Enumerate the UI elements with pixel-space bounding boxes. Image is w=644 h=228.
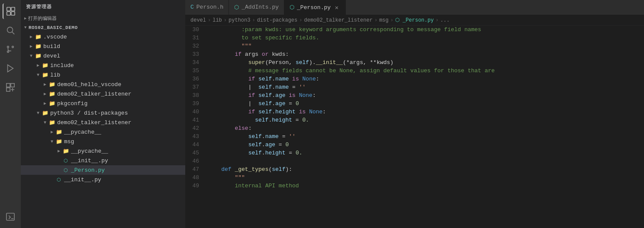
- svg-point-6: [7, 46, 9, 48]
- code-line-43: 43 self.name = '': [185, 132, 644, 141]
- svg-rect-1: [11, 7, 15, 11]
- extensions-icon[interactable]: [3, 80, 18, 95]
- tree-item-vscode[interactable]: ▶ 📁 .vscode: [21, 32, 185, 42]
- svg-rect-10: [6, 83, 10, 87]
- tree-item-pycache1[interactable]: ▶ 📁 __pycache__: [21, 127, 185, 137]
- code-line-30: 30 :param kwds: use keyword arguments co…: [185, 26, 644, 34]
- tree-item-include[interactable]: ▶ 📁 include: [21, 61, 185, 70]
- code-line-34: 34 super(Person, self).__init__(*args, *…: [185, 58, 644, 67]
- tree-item-build[interactable]: ▶ 📁 build: [21, 42, 185, 51]
- code-line-39: 39 | self.age = 0: [185, 100, 644, 108]
- code-line-38: 38 if self.age is None:: [185, 91, 644, 100]
- file-tree: ▶ 📁 .vscode ▶ 📁 build ▼ 📁 devel ▶ 📁 incl…: [21, 32, 185, 228]
- code-line-44: 44 self.age = 0: [185, 141, 644, 149]
- tree-item-pkgconfig[interactable]: ▶ 📁 pkgconfig: [21, 99, 185, 108]
- svg-point-4: [7, 27, 13, 33]
- tab-person-h[interactable]: C Person.h: [185, 0, 229, 15]
- tree-item-pycache2[interactable]: ▶ 📁 __pycache__: [21, 146, 185, 156]
- tabs-bar: C Person.h ⬡ _AddInts.py ⬡ _Person.py ✕: [185, 0, 644, 15]
- code-line-41: 41 self.height = 0.: [185, 116, 644, 124]
- svg-point-8: [7, 51, 9, 53]
- svg-marker-9: [8, 65, 13, 72]
- tab-icon-py2: ⬡: [290, 4, 294, 11]
- code-line-47: 47 def _get_types(self):: [185, 165, 644, 173]
- tree-item-msg[interactable]: ▼ 📁 msg: [21, 137, 185, 146]
- root-folder-section[interactable]: ▼ ROS02_BASIC_DEMO: [21, 23, 185, 32]
- svg-rect-2: [7, 12, 10, 15]
- code-line-37: 37 | self.name = '': [185, 83, 644, 91]
- svg-rect-0: [7, 7, 10, 11]
- tree-item-lib[interactable]: ▼ 📁 lib: [21, 70, 185, 80]
- tree-item-python3[interactable]: ▼ 📁 python3 / dist-packages: [21, 108, 185, 118]
- sidebar: 资源管理器 ▶ 打开的编辑器 ▼ ROS02_BASIC_DEMO ▶ 📁 .v…: [21, 0, 185, 228]
- code-line-48: 48 """: [185, 173, 644, 182]
- tree-item-demo02-python3[interactable]: ▼ 📁 demo02_talker_listener: [21, 118, 185, 127]
- tree-item-demo02-tl[interactable]: ▶ 📁 demo02_talker_listener: [21, 89, 185, 99]
- code-line-36: 36 if self.name is None:: [185, 75, 644, 83]
- code-line-33: 33 if args or kwds:: [185, 50, 644, 58]
- activity-bar: [0, 0, 21, 228]
- breadcrumb: devel › lib › python3 › dist-packages › …: [185, 15, 644, 26]
- code-line-32: 32 """: [185, 42, 644, 50]
- code-line-31: 31 to set specific fields.: [185, 34, 644, 42]
- explorer-icon[interactable]: [3, 3, 18, 19]
- svg-rect-12: [6, 88, 10, 91]
- tab-person-py[interactable]: ⬡ _Person.py ✕: [284, 0, 346, 15]
- svg-rect-3: [11, 12, 15, 15]
- editor-area: C Person.h ⬡ _AddInts.py ⬡ _Person.py ✕ …: [185, 0, 644, 228]
- tab-close-button[interactable]: ✕: [333, 4, 340, 11]
- code-line-35: 35 # message fields cannot be None, assi…: [185, 67, 644, 75]
- code-line-46: 46: [185, 157, 644, 165]
- tree-item-init-py[interactable]: ▶ ⬡ __init__.py: [21, 156, 185, 165]
- svg-point-7: [12, 46, 14, 48]
- tree-item-person-py[interactable]: ▶ ⬡ _Person.py: [21, 165, 185, 175]
- search-icon[interactable]: [3, 22, 18, 38]
- tree-item-devel[interactable]: ▼ 📁 devel: [21, 51, 185, 61]
- tree-item-init2-py[interactable]: ▶ ⬡ __init__.py: [21, 175, 185, 184]
- tab-icon-py1: ⬡: [234, 4, 239, 11]
- code-line-40: 40 if self.height is None:: [185, 108, 644, 116]
- open-editors-section[interactable]: ▶ 打开的编辑器: [21, 13, 185, 23]
- terminal-icon[interactable]: [3, 209, 18, 225]
- git-icon[interactable]: [3, 42, 18, 57]
- sidebar-header: 资源管理器: [21, 0, 185, 13]
- svg-rect-11: [11, 83, 14, 87]
- tab-addints-py[interactable]: ⬡ _AddInts.py: [229, 0, 284, 15]
- debug-icon[interactable]: [3, 61, 18, 76]
- code-line-49: 49 internal API method: [185, 182, 644, 190]
- svg-line-5: [12, 32, 14, 34]
- tree-item-demo01[interactable]: ▶ 📁 demo01_hello_vscode: [21, 80, 185, 89]
- code-line-45: 45 self.height = 0.: [185, 149, 644, 157]
- code-line-42: 42 else:: [185, 124, 644, 132]
- code-editor[interactable]: 30 :param kwds: use keyword arguments co…: [185, 26, 644, 228]
- tab-icon-c: C: [190, 4, 194, 10]
